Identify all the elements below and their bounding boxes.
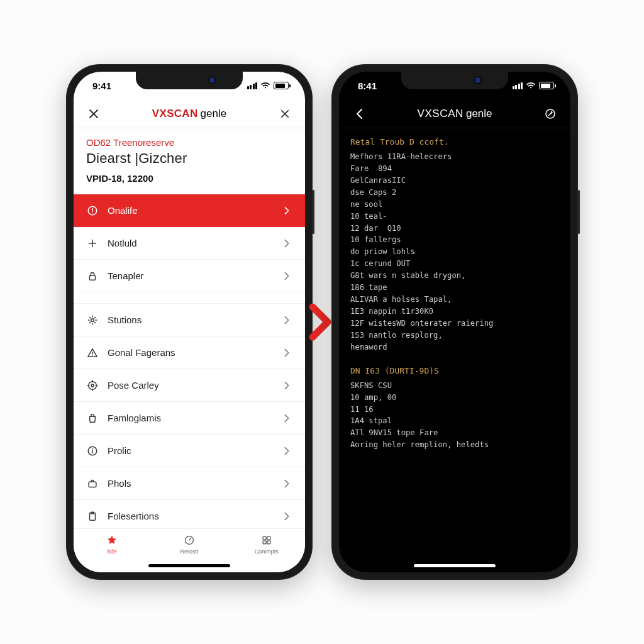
nav-suffix: genle <box>201 108 227 120</box>
svg-rect-16 <box>267 541 270 544</box>
wifi-icon <box>526 82 536 89</box>
list-item[interactable]: Phols <box>74 467 305 500</box>
wifi-icon <box>260 82 270 89</box>
chevron-right-icon <box>281 238 292 249</box>
list-item[interactable]: Folesertions <box>74 500 305 528</box>
page-title: Diearst |Gizcher <box>86 150 292 167</box>
terminal-line: 1A4 stpal <box>350 415 559 427</box>
close-button[interactable] <box>85 105 103 123</box>
chevron-right-icon <box>281 380 292 391</box>
terminal-line: do priow lohls <box>350 246 559 258</box>
chevron-right-icon <box>281 347 292 358</box>
terminal-line: hemaword <box>350 341 559 353</box>
terminal-section-1-title: Retal Troub D ccoft. <box>350 136 559 148</box>
gauge-icon <box>184 534 195 547</box>
alert-circle-icon <box>86 205 99 216</box>
terminal-line: 11 16 <box>350 404 559 416</box>
status-time: 8:41 <box>358 80 377 91</box>
notch <box>401 72 508 89</box>
terminal-line: Fare 894 <box>350 163 559 175</box>
tab-label: Rerostt <box>180 548 198 555</box>
svg-rect-13 <box>263 536 266 540</box>
svg-rect-14 <box>267 536 270 540</box>
screen-right: 8:41 VXSCAN genle Retal Troub D ccoft. M… <box>339 72 570 572</box>
tab-rerostt[interactable]: Rerostt <box>167 534 211 555</box>
tab-hde[interactable]: hde <box>90 534 134 555</box>
terminal-line: 1E3 nappin t1r30K0 <box>350 306 559 318</box>
svg-point-6 <box>91 384 94 387</box>
nav-brand: VXSCAN <box>417 108 464 120</box>
grid-icon <box>261 534 272 547</box>
dismiss-button[interactable] <box>276 105 294 123</box>
home-indicator[interactable] <box>148 564 230 567</box>
terminal-section-2-title: DN I63 (DURTI-9D)S <box>350 365 559 377</box>
terminal-line: Aoring heler remplion, heledts <box>350 439 559 451</box>
bag-icon <box>86 413 99 424</box>
status-icons <box>513 82 555 89</box>
cellular-signal-icon <box>247 82 258 89</box>
terminal-output[interactable]: Retal Troub D ccoft. Mefhors 11RA-helecr… <box>339 128 570 572</box>
list-item[interactable]: Stutions <box>74 304 305 336</box>
list-item[interactable]: Famloglamis <box>74 402 305 435</box>
menu-list: OnalifeNotluldTenapler StutionsGonal Fag… <box>74 194 305 528</box>
home-indicator[interactable] <box>414 564 496 567</box>
terminal-line: ALIVAR a holses Tapal, <box>350 294 559 306</box>
plus-icon <box>86 238 99 249</box>
terminal-line: 10 fallergs <box>350 234 559 246</box>
nav-brand: VXSCAN <box>152 108 198 120</box>
terminal-line: 1S3 nantlo resplorg, <box>350 330 559 341</box>
nav-bar: VXSCAN genle <box>74 99 305 128</box>
terminal-line: G8t wars n stable drygon, <box>350 270 559 282</box>
tab-label: Conimpts <box>255 548 279 555</box>
terminal-line: 10 teal- <box>350 211 559 223</box>
chevron-right-icon <box>281 511 292 522</box>
share-button[interactable] <box>541 105 559 123</box>
svg-rect-2 <box>90 275 96 280</box>
list-item[interactable]: Gonal Fagerans <box>74 336 305 369</box>
svg-point-5 <box>89 381 97 389</box>
page-subtitle: VPID-18, 12200 <box>86 173 292 184</box>
chevron-right-icon <box>281 270 292 282</box>
list-item-label: Phols <box>108 478 131 489</box>
svg-point-3 <box>91 318 94 321</box>
back-button[interactable] <box>350 105 368 123</box>
page-header: OD62 Treenoreserve Diearst |Gizcher VPID… <box>74 128 305 194</box>
tab-conimpts[interactable]: Conimpts <box>245 534 289 555</box>
list-item-label: Gonal Fagerans <box>108 347 175 358</box>
list-item[interactable]: Prolic <box>74 435 305 467</box>
list-item[interactable]: Pose Carley <box>74 369 305 402</box>
list-item[interactable]: Notluld <box>74 227 305 260</box>
section-divider <box>74 292 305 304</box>
list-item-label: Prolic <box>108 445 131 456</box>
terminal-line: ATl 9NV15 tope Fare <box>350 427 559 439</box>
briefcase-icon <box>86 478 99 489</box>
list-item-label: Folesertions <box>108 511 159 521</box>
list-item[interactable]: Onalife <box>74 194 305 227</box>
terminal-line: 186 tape <box>350 282 559 294</box>
svg-rect-15 <box>263 541 266 544</box>
svg-point-1 <box>92 212 93 213</box>
list-item-label: Notluld <box>108 238 137 248</box>
terminal-line: 10 amp, 00 <box>350 392 559 404</box>
info-icon <box>86 445 99 457</box>
list-item-label: Famloglamis <box>108 413 161 423</box>
terminal-line: Mefhors 11RA-helecrers <box>350 151 559 163</box>
list-item[interactable]: Tenapler <box>74 260 305 292</box>
chevron-right-icon <box>281 205 292 216</box>
warning-icon <box>86 347 99 358</box>
terminal-line: ne sool <box>350 199 559 211</box>
nav-suffix: genle <box>466 108 492 120</box>
terminal-line: SKFNS CSU <box>350 380 559 392</box>
status-time: 9:41 <box>92 80 111 91</box>
terminal-line: dse Caps 2 <box>350 187 559 199</box>
terminal-line: 12 dar Q10 <box>350 223 559 235</box>
chevron-right-icon <box>281 413 292 424</box>
list-item-label: Pose Carley <box>108 380 159 391</box>
phone-mockup-left: 9:41 VXSCAN genle OD62 Treenoreserve Die… <box>66 64 313 580</box>
cellular-signal-icon <box>513 82 523 89</box>
clipboard-icon <box>86 511 99 522</box>
phone-mockup-right: 8:41 VXSCAN genle Retal Troub D ccoft. M… <box>331 64 578 580</box>
list-item-label: Tenapler <box>108 270 144 281</box>
battery-icon <box>274 82 289 89</box>
list-item-label: Onalife <box>108 205 138 216</box>
